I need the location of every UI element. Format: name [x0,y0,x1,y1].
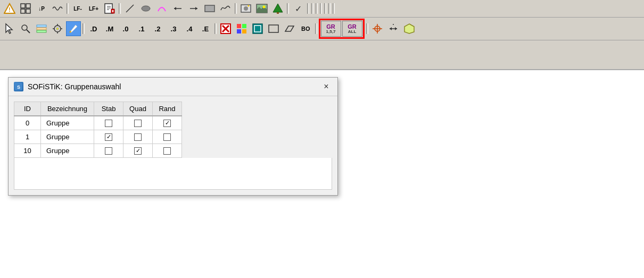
checkbox-quad-0[interactable] [134,120,142,127]
sep-t2-4 [366,21,369,36]
dialog-body: ID Bezeichnung Stab Quad Rand 0 Gruppe [9,96,337,195]
col-header-quad: Quad [123,102,153,116]
checkbox-stab-0[interactable] [105,120,112,127]
photo-btn[interactable] [238,1,253,16]
empty-table-space [14,158,332,190]
sep-t2-2 [214,21,217,36]
sep4 [286,1,290,16]
warning-btn[interactable]: ! [2,1,17,16]
checkbox-rand-1[interactable] [163,133,171,141]
svg-rect-46 [242,24,246,28]
gr-all-btn[interactable]: GR ALL [342,21,362,37]
checkbox-quad-1[interactable] [134,133,142,141]
svg-marker-28 [6,24,12,33]
arrow-down-p-btn[interactable]: ↓P [34,1,49,16]
svg-marker-52 [285,26,294,31]
cell-stab-1[interactable]: ✓ [94,130,123,144]
svg-marker-60 [404,24,414,33]
svg-rect-51 [269,25,278,32]
search-btn[interactable] [18,21,33,36]
wave2-btn[interactable] [218,1,233,16]
tree-btn[interactable] [270,1,285,16]
mode-0-btn[interactable]: .0 [118,22,133,36]
svg-point-14 [142,6,150,11]
rect3-btn[interactable] [282,21,297,36]
checkbox-rand-10[interactable] [163,147,171,155]
svg-rect-5 [26,9,30,13]
checkbox-rand-0[interactable]: ✓ [163,120,171,127]
sep9 [324,1,327,16]
arrow-right-btn[interactable] [186,1,201,16]
gr-157-btn[interactable]: GR 1,5,7 [321,21,341,37]
svg-rect-27 [277,12,279,14]
line-btn[interactable] [122,1,137,16]
col-header-rand: Rand [153,102,182,116]
cell-id-10: 10 [14,144,41,158]
table-row: 10 Gruppe ✓ [14,144,182,158]
rect2-btn[interactable] [266,21,281,36]
teal-box-btn[interactable] [250,21,265,36]
table-header: ID Bezeichnung Stab Quad Rand [14,102,182,116]
cursor-btn[interactable] [2,21,17,36]
checkbox-stab-10[interactable] [105,147,112,155]
gr-highlight-box: GR 1,5,7 GR ALL [319,19,365,39]
mode-3-btn[interactable]: .3 [166,22,181,36]
photo2-btn[interactable] [254,1,269,16]
bo-btn[interactable]: BO [298,22,313,36]
svg-rect-32 [37,28,46,30]
lf-plus-btn[interactable]: LF+ [86,1,101,16]
mode-4-btn[interactable]: .4 [182,22,197,36]
arrow-left-btn[interactable] [170,1,185,16]
sep11 [332,1,335,16]
pencil-btn[interactable] [66,21,81,36]
svg-line-30 [27,30,30,33]
mode-m-btn[interactable]: .M [102,22,117,36]
checkbox-quad-10[interactable]: ✓ [134,147,142,155]
wave-btn[interactable] [50,1,65,16]
arrows-btn[interactable] [386,21,401,36]
delete-btn[interactable] [218,21,233,36]
mode-1-btn[interactable]: .1 [134,22,149,36]
ellipse-btn[interactable] [138,1,153,16]
3d-btn[interactable] [402,21,417,36]
lf-minus-btn[interactable]: LF- [70,1,85,16]
dialog-close-button[interactable]: × [320,81,332,92]
svg-point-25 [263,6,266,9]
cell-rand-1[interactable] [153,130,182,144]
cell-bez-10: Gruppe [41,144,94,158]
mode-d-btn[interactable]: .D [86,22,101,36]
table-body: 0 Gruppe ✓ 1 Gruppe [14,116,182,158]
svg-point-21 [244,6,248,11]
svg-rect-48 [242,29,246,33]
cell-rand-0[interactable]: ✓ [153,116,182,130]
cell-rand-10[interactable] [153,144,182,158]
mode-e-btn[interactable]: .E [198,22,213,36]
mode-2-btn[interactable]: .2 [150,22,165,36]
checkbox-stab-1[interactable]: ✓ [105,133,112,141]
rect-btn[interactable] [202,1,217,16]
snap-btn[interactable] [50,21,65,36]
sep6 [311,1,314,16]
grid-btn[interactable] [18,1,33,16]
cell-stab-0[interactable] [94,116,123,130]
crosshair-btn[interactable] [370,21,385,36]
color-btn[interactable] [234,21,249,36]
sep7 [315,1,318,16]
gr-all-label: GR [348,23,357,30]
layers-btn[interactable] [34,21,49,36]
svg-rect-45 [237,24,241,28]
cell-quad-0[interactable] [123,116,153,130]
export-btn[interactable] [102,1,117,16]
cell-id-1: 1 [14,130,41,144]
checkmark-btn[interactable]: ✓ [291,1,306,16]
cell-stab-10[interactable] [94,144,123,158]
cell-quad-1[interactable] [123,130,153,144]
svg-marker-18 [195,7,197,10]
sep1 [66,1,69,16]
gr-157-label: GR [326,23,335,30]
dialog-icon: S [14,82,23,91]
arc-btn[interactable] [154,1,169,16]
dialog-gruppenauswahl: S SOFiSTiK: Gruppenauswahl × ID Bezeichn… [8,77,338,196]
svg-marker-57 [395,27,397,30]
cell-quad-10[interactable]: ✓ [123,144,153,158]
